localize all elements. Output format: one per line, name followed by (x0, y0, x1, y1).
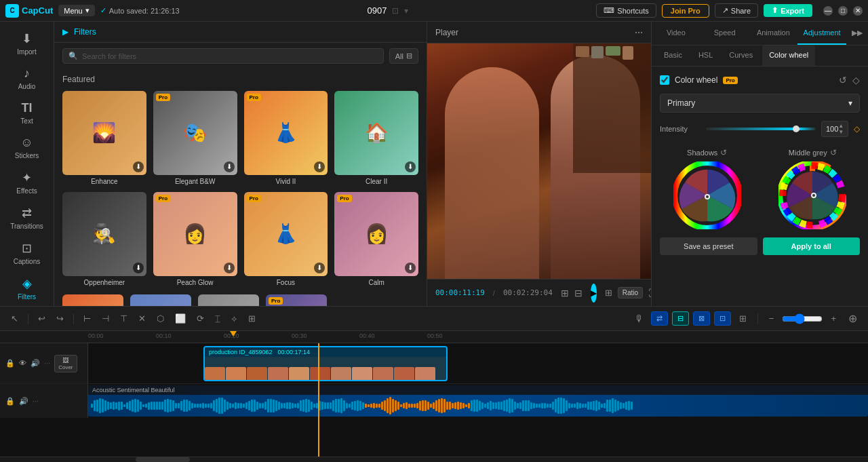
audio-clip[interactable]: Acoustic Sentimental Beautiful (88, 385, 868, 417)
eye-icon[interactable]: 👁 (19, 359, 26, 368)
sidebar-item-transitions[interactable]: ⇄ Transitions (3, 201, 52, 234)
intensity-thumb[interactable] (793, 126, 800, 132)
add-track-button[interactable]: ⊕ (844, 309, 861, 328)
color-wheel-checkbox[interactable] (660, 75, 669, 85)
zoom-slider[interactable] (782, 313, 823, 324)
sub-tab-basic[interactable]: Basic (657, 45, 689, 66)
filter-card-bw[interactable]: 🎭 Pro ⬇ Elegant B&W (153, 91, 237, 185)
filter-card-vivid[interactable]: 👗 Pro ⬇ Vivid II (244, 91, 328, 185)
close-button[interactable]: ✕ (853, 6, 863, 16)
zoom-in-button[interactable]: + (827, 311, 840, 326)
select-tool-button[interactable]: ↖ (7, 311, 22, 326)
shadows-color-wheel[interactable] (673, 161, 741, 229)
trim-start-button[interactable]: ⊣ (98, 311, 113, 326)
tab-more[interactable]: ▶▶ (846, 22, 868, 45)
hscroll-thumb[interactable] (136, 457, 190, 462)
filter-card-oppenheimer[interactable]: 🕵️ ⬇ Oppenheimer (62, 192, 146, 286)
intensity-row: Intensity 100 ▲ ▼ ◇ (660, 121, 860, 137)
track-switch-button[interactable]: ⇄ (651, 311, 668, 326)
tab-speed[interactable]: Speed (701, 22, 749, 45)
sub-tab-curves[interactable]: Curves (722, 45, 760, 66)
mirror-button[interactable]: ⟡ (227, 311, 241, 327)
lock-icon[interactable]: 🔒 (5, 359, 15, 368)
primary-dropdown[interactable]: Primary ▾ (660, 94, 860, 113)
cover-button[interactable]: 🖼 Cover (54, 355, 77, 372)
timeline-area: ↖ ↩ ↪ ⊢ ⊣ ⊤ ✕ ⬡ ⬜ ⟳ ⌶ ⟡ ⊞ 🎙 ⇄ ⊟ ⊠ ⊡ ⊞ − … (0, 306, 868, 462)
more-icon[interactable]: ··· (33, 397, 39, 406)
sidebar-item-import[interactable]: ⬇ Import (3, 27, 52, 60)
undo-button[interactable]: ↩ (34, 311, 50, 326)
play-button[interactable]: ▶ (591, 284, 597, 303)
sidebar-item-effects[interactable]: ✦ Effects (3, 166, 52, 199)
save-preset-button[interactable]: Save as preset (660, 237, 757, 255)
filter-card-focus[interactable]: 👗 Pro ⬇ Focus (244, 192, 328, 286)
shortcuts-button[interactable]: ⌨ Shortcuts (596, 3, 656, 18)
join-pro-button[interactable]: Join Pro (662, 4, 709, 18)
loop-button[interactable]: ⟳ (193, 311, 208, 326)
filter-all-button[interactable]: All ⊟ (389, 48, 418, 64)
reset-icon[interactable]: ↺ (839, 75, 847, 85)
filter-card-mini[interactable] (62, 294, 123, 307)
intensity-slider[interactable] (706, 128, 816, 130)
sidebar-item-audio[interactable]: ♪ Audio (3, 62, 52, 94)
player-menu-icon[interactable]: ⋯ (635, 28, 643, 37)
middle-grey-wheel-section: Middle grey ↺ (766, 148, 861, 229)
split-button[interactable]: ⊢ (79, 311, 95, 326)
reverse-button[interactable]: ⌶ (211, 311, 224, 326)
middle-grey-color-wheel[interactable] (778, 161, 846, 229)
sidebar-item-stickers[interactable]: ☺ Stickers (3, 132, 52, 163)
menu-button[interactable]: Menu ▾ (58, 5, 95, 16)
middle-grey-reset-icon[interactable]: ↺ (830, 148, 837, 157)
diamond-icon[interactable]: ◇ (852, 75, 860, 85)
player-header: Player ⋯ (427, 22, 651, 43)
volume-icon[interactable]: 🔊 (19, 397, 28, 406)
crop-icon[interactable]: ⊞ (605, 288, 612, 298)
detach-button[interactable]: ⊡ (714, 311, 731, 326)
video-clip[interactable]: production ID_4859062 00:00:17:14 (203, 346, 448, 381)
sidebar-item-captions[interactable]: ⊡ Captions (3, 237, 52, 269)
more-icon[interactable]: ··· (44, 359, 50, 368)
volume-icon[interactable]: 🔊 (31, 359, 40, 368)
sidebar-item-text[interactable]: TI Text (3, 97, 52, 129)
frame-icon[interactable]: ⊟ (574, 288, 583, 299)
tab-video[interactable]: Video (652, 22, 701, 45)
tab-animation[interactable]: Animation (749, 22, 798, 45)
mic-icon[interactable]: 🎙 (635, 313, 644, 324)
download-badge: ⬇ (133, 263, 144, 273)
sub-tab-hsl[interactable]: HSL (692, 45, 719, 66)
minimize-button[interactable]: — (823, 6, 833, 16)
trim-end-button[interactable]: ⊤ (116, 311, 132, 326)
transform-button[interactable]: ⬡ (153, 311, 168, 326)
export-button[interactable]: ⬆ Export (764, 4, 812, 17)
shadows-reset-icon[interactable]: ↺ (720, 148, 727, 157)
ratio-button[interactable]: Ratio (618, 287, 643, 299)
freeze-button[interactable]: ⬜ (171, 311, 190, 326)
redo-button[interactable]: ↪ (52, 311, 68, 326)
blend-button[interactable]: ⊞ (244, 311, 260, 326)
clip-connect-button[interactable]: ⊟ (672, 311, 689, 326)
stickers-icon: ☺ (20, 136, 33, 150)
filter-card-mini[interactable]: Pro (266, 294, 327, 307)
apply-all-button[interactable]: Apply to all (763, 237, 861, 255)
filter-card-mini[interactable] (198, 294, 259, 307)
filter-card-mini[interactable] (130, 294, 191, 307)
filter-card-peach[interactable]: 👩 Pro ⬇ Peach Glow (153, 192, 237, 286)
timeline-hscroll[interactable] (0, 457, 868, 462)
filter-card-enhance[interactable]: 🌄 ⬇ Enhance (62, 91, 146, 185)
filter-search-box[interactable]: 🔍 Search for filters (62, 48, 384, 64)
lock-icon[interactable]: 🔒 (5, 397, 15, 406)
sidebar-item-filters[interactable]: ◈ Filters (3, 272, 52, 305)
grid-view-icon[interactable]: ⊞ (561, 288, 569, 299)
sub-tab-color-wheel[interactable]: Color wheel (762, 45, 815, 66)
split-audio-button[interactable]: ⊠ (693, 311, 710, 326)
maximize-button[interactable]: □ (838, 6, 848, 16)
share-button[interactable]: ↗ Share (715, 3, 758, 18)
auto-caption-button[interactable]: ⊞ (735, 311, 751, 326)
delete-button[interactable]: ✕ (134, 311, 150, 326)
filter-card-calm[interactable]: 👩 Pro ⬇ Calm (334, 192, 418, 286)
zoom-out-button[interactable]: − (765, 311, 778, 326)
timeline-content: 00:00 00:10 00:20 00:30 00:40 00:50 (0, 331, 868, 457)
filter-card-clear[interactable]: 🏠 ⬇ Clear II (334, 91, 418, 185)
keyframe-icon[interactable]: ◇ (854, 124, 860, 134)
tab-adjustment[interactable]: Adjustment (797, 22, 846, 45)
